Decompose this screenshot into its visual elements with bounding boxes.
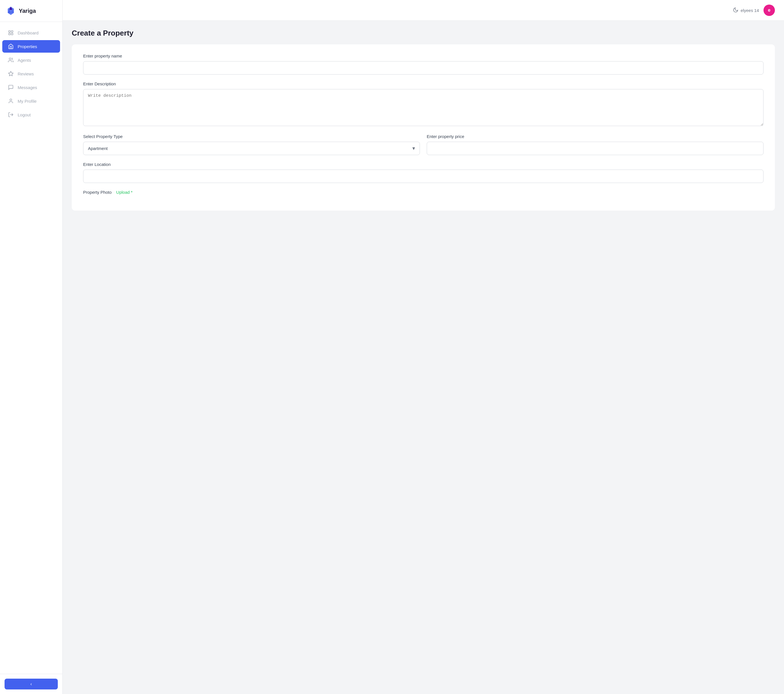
- night-mode-icon: [733, 7, 738, 14]
- description-textarea[interactable]: [83, 89, 764, 126]
- location-group: Enter Location: [83, 162, 764, 183]
- user-name-header: elyees 14: [741, 8, 759, 13]
- property-name-label: Enter property name: [83, 54, 764, 58]
- sidebar-item-my-profile[interactable]: My Profile: [2, 95, 60, 107]
- property-name-group: Enter property name: [83, 54, 764, 74]
- page-title: Create a Property: [72, 29, 775, 38]
- avatar[interactable]: e: [764, 5, 775, 16]
- logout-icon: [8, 112, 14, 117]
- profile-icon: [8, 98, 14, 104]
- sidebar-label-my-profile: My Profile: [18, 99, 37, 104]
- page-content: Create a Property Enter property name En…: [63, 21, 784, 694]
- type-price-group: Select Property Type Apartment House Vil…: [83, 134, 764, 155]
- svg-point-4: [9, 58, 11, 60]
- property-photo-row: Property Photo Upload *: [83, 190, 764, 195]
- location-input[interactable]: [83, 169, 764, 183]
- sidebar-item-properties[interactable]: Properties: [2, 40, 60, 53]
- sidebar-item-dashboard[interactable]: Dashboard: [2, 26, 60, 39]
- collapse-button[interactable]: ‹: [5, 679, 58, 689]
- sidebar-label-logout: Logout: [18, 112, 31, 117]
- location-label: Enter Location: [83, 162, 764, 167]
- sidebar-nav: Dashboard Properties Agents: [0, 22, 63, 674]
- collapse-icon: ‹: [30, 681, 32, 687]
- sidebar-label-dashboard: Dashboard: [18, 30, 38, 35]
- reviews-icon: [8, 71, 14, 77]
- sidebar: Yariga Dashboard Properties: [0, 0, 63, 694]
- sidebar-label-agents: Agents: [18, 58, 31, 62]
- property-type-label: Select Property Type: [83, 134, 420, 139]
- sidebar-label-messages: Messages: [18, 85, 37, 90]
- property-price-group: Enter property price: [427, 134, 764, 155]
- agents-icon: [8, 57, 14, 63]
- svg-marker-5: [8, 71, 13, 76]
- header: elyees 14 e: [63, 0, 784, 21]
- sidebar-item-logout[interactable]: Logout: [2, 109, 60, 121]
- property-price-input[interactable]: [427, 142, 764, 155]
- upload-link[interactable]: Upload *: [116, 190, 133, 195]
- photo-label: Property Photo: [83, 190, 112, 195]
- logo: Yariga: [0, 0, 63, 22]
- photo-group: Property Photo Upload *: [83, 190, 764, 195]
- sidebar-item-messages[interactable]: Messages: [2, 81, 60, 94]
- svg-point-6: [10, 99, 12, 101]
- form-card: Enter property name Enter Description Se…: [72, 44, 775, 211]
- header-night-mode: elyees 14: [733, 7, 759, 14]
- property-name-input[interactable]: [83, 61, 764, 74]
- svg-rect-2: [9, 33, 10, 35]
- properties-icon: [8, 44, 14, 49]
- description-group: Enter Description: [83, 81, 764, 127]
- sidebar-item-agents[interactable]: Agents: [2, 54, 60, 66]
- brand-name: Yariga: [19, 8, 36, 14]
- avatar-letter: e: [768, 8, 771, 13]
- property-type-group: Select Property Type Apartment House Vil…: [83, 134, 420, 155]
- property-type-select[interactable]: Apartment House Villa Studio Land: [83, 142, 420, 155]
- svg-rect-3: [12, 33, 13, 35]
- sidebar-label-reviews: Reviews: [18, 71, 34, 76]
- dashboard-icon: [8, 30, 14, 36]
- svg-rect-0: [9, 31, 10, 33]
- main-area: elyees 14 e Create a Property Enter prop…: [63, 0, 784, 694]
- description-label: Enter Description: [83, 81, 764, 86]
- sidebar-label-properties: Properties: [18, 44, 37, 49]
- logo-icon: [6, 6, 16, 16]
- sidebar-collapse-section: ‹: [0, 674, 63, 694]
- property-price-label: Enter property price: [427, 134, 764, 139]
- sidebar-item-reviews[interactable]: Reviews: [2, 67, 60, 80]
- svg-rect-1: [12, 31, 13, 33]
- property-type-wrapper: Apartment House Villa Studio Land ▼: [83, 142, 420, 155]
- messages-icon: [8, 84, 14, 90]
